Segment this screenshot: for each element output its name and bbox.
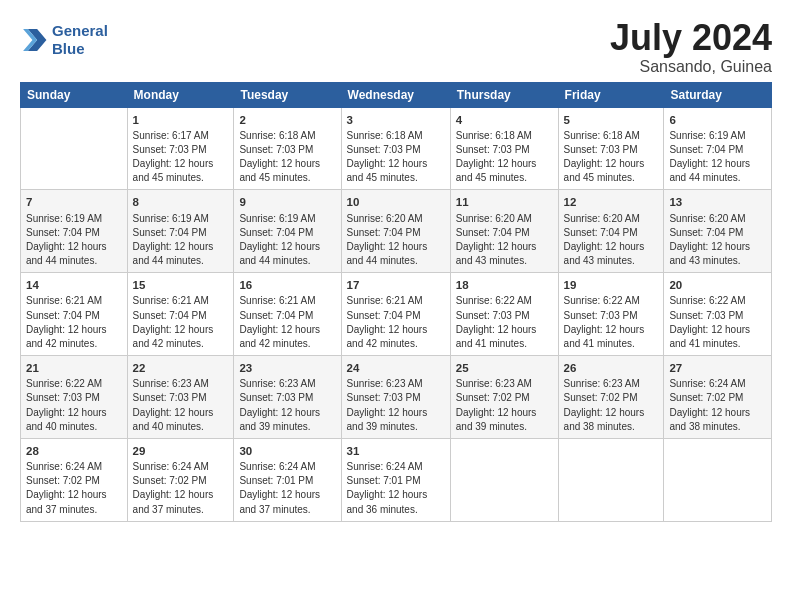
logo-text-line1: General	[52, 22, 108, 40]
calendar-cell: 25Sunrise: 6:23 AM Sunset: 7:02 PM Dayli…	[450, 356, 558, 439]
calendar-cell: 12Sunrise: 6:20 AM Sunset: 7:04 PM Dayli…	[558, 190, 664, 273]
cell-info: Sunrise: 6:22 AM Sunset: 7:03 PM Dayligh…	[26, 377, 122, 434]
cell-info: Sunrise: 6:23 AM Sunset: 7:03 PM Dayligh…	[347, 377, 445, 434]
cell-info: Sunrise: 6:22 AM Sunset: 7:03 PM Dayligh…	[564, 294, 659, 351]
calendar-cell: 13Sunrise: 6:20 AM Sunset: 7:04 PM Dayli…	[664, 190, 772, 273]
calendar-cell	[664, 438, 772, 521]
header-row: Sunday Monday Tuesday Wednesday Thursday…	[21, 82, 772, 107]
calendar-cell: 26Sunrise: 6:23 AM Sunset: 7:02 PM Dayli…	[558, 356, 664, 439]
day-number: 13	[669, 194, 766, 210]
col-monday: Monday	[127, 82, 234, 107]
cell-info: Sunrise: 6:20 AM Sunset: 7:04 PM Dayligh…	[347, 212, 445, 269]
cell-info: Sunrise: 6:18 AM Sunset: 7:03 PM Dayligh…	[456, 129, 553, 186]
calendar-cell: 22Sunrise: 6:23 AM Sunset: 7:03 PM Dayli…	[127, 356, 234, 439]
col-wednesday: Wednesday	[341, 82, 450, 107]
calendar-cell: 29Sunrise: 6:24 AM Sunset: 7:02 PM Dayli…	[127, 438, 234, 521]
calendar-cell: 15Sunrise: 6:21 AM Sunset: 7:04 PM Dayli…	[127, 273, 234, 356]
cell-info: Sunrise: 6:22 AM Sunset: 7:03 PM Dayligh…	[456, 294, 553, 351]
calendar-cell: 9Sunrise: 6:19 AM Sunset: 7:04 PM Daylig…	[234, 190, 341, 273]
day-number: 3	[347, 112, 445, 128]
cell-info: Sunrise: 6:24 AM Sunset: 7:02 PM Dayligh…	[26, 460, 122, 517]
location-title: Sansando, Guinea	[610, 58, 772, 76]
day-number: 19	[564, 277, 659, 293]
calendar-cell: 14Sunrise: 6:21 AM Sunset: 7:04 PM Dayli…	[21, 273, 128, 356]
calendar-cell: 30Sunrise: 6:24 AM Sunset: 7:01 PM Dayli…	[234, 438, 341, 521]
day-number: 28	[26, 443, 122, 459]
col-tuesday: Tuesday	[234, 82, 341, 107]
cell-info: Sunrise: 6:17 AM Sunset: 7:03 PM Dayligh…	[133, 129, 229, 186]
day-number: 18	[456, 277, 553, 293]
calendar-cell: 28Sunrise: 6:24 AM Sunset: 7:02 PM Dayli…	[21, 438, 128, 521]
cell-info: Sunrise: 6:18 AM Sunset: 7:03 PM Dayligh…	[347, 129, 445, 186]
day-number: 23	[239, 360, 335, 376]
cell-info: Sunrise: 6:18 AM Sunset: 7:03 PM Dayligh…	[564, 129, 659, 186]
day-number: 11	[456, 194, 553, 210]
day-number: 10	[347, 194, 445, 210]
cell-info: Sunrise: 6:24 AM Sunset: 7:02 PM Dayligh…	[133, 460, 229, 517]
calendar-cell	[450, 438, 558, 521]
calendar-cell: 18Sunrise: 6:22 AM Sunset: 7:03 PM Dayli…	[450, 273, 558, 356]
col-saturday: Saturday	[664, 82, 772, 107]
day-number: 21	[26, 360, 122, 376]
col-friday: Friday	[558, 82, 664, 107]
cell-info: Sunrise: 6:20 AM Sunset: 7:04 PM Dayligh…	[456, 212, 553, 269]
day-number: 25	[456, 360, 553, 376]
calendar-cell	[558, 438, 664, 521]
calendar-cell: 2Sunrise: 6:18 AM Sunset: 7:03 PM Daylig…	[234, 107, 341, 190]
calendar-cell: 27Sunrise: 6:24 AM Sunset: 7:02 PM Dayli…	[664, 356, 772, 439]
calendar-table: Sunday Monday Tuesday Wednesday Thursday…	[20, 82, 772, 522]
day-number: 8	[133, 194, 229, 210]
calendar-cell: 21Sunrise: 6:22 AM Sunset: 7:03 PM Dayli…	[21, 356, 128, 439]
calendar-cell	[21, 107, 128, 190]
logo-icon	[20, 26, 48, 54]
day-number: 15	[133, 277, 229, 293]
day-number: 12	[564, 194, 659, 210]
calendar-cell: 16Sunrise: 6:21 AM Sunset: 7:04 PM Dayli…	[234, 273, 341, 356]
day-number: 16	[239, 277, 335, 293]
calendar-cell: 24Sunrise: 6:23 AM Sunset: 7:03 PM Dayli…	[341, 356, 450, 439]
cell-info: Sunrise: 6:21 AM Sunset: 7:04 PM Dayligh…	[133, 294, 229, 351]
day-number: 24	[347, 360, 445, 376]
day-number: 4	[456, 112, 553, 128]
cell-info: Sunrise: 6:19 AM Sunset: 7:04 PM Dayligh…	[239, 212, 335, 269]
calendar-cell: 5Sunrise: 6:18 AM Sunset: 7:03 PM Daylig…	[558, 107, 664, 190]
day-number: 9	[239, 194, 335, 210]
day-number: 31	[347, 443, 445, 459]
title-block: July 2024 Sansando, Guinea	[610, 18, 772, 76]
calendar-cell: 11Sunrise: 6:20 AM Sunset: 7:04 PM Dayli…	[450, 190, 558, 273]
calendar-cell: 31Sunrise: 6:24 AM Sunset: 7:01 PM Dayli…	[341, 438, 450, 521]
week-row-1: 1Sunrise: 6:17 AM Sunset: 7:03 PM Daylig…	[21, 107, 772, 190]
day-number: 6	[669, 112, 766, 128]
day-number: 7	[26, 194, 122, 210]
calendar-cell: 20Sunrise: 6:22 AM Sunset: 7:03 PM Dayli…	[664, 273, 772, 356]
day-number: 2	[239, 112, 335, 128]
cell-info: Sunrise: 6:24 AM Sunset: 7:01 PM Dayligh…	[239, 460, 335, 517]
day-number: 27	[669, 360, 766, 376]
calendar-cell: 10Sunrise: 6:20 AM Sunset: 7:04 PM Dayli…	[341, 190, 450, 273]
logo-text-line2: Blue	[52, 40, 108, 58]
cell-info: Sunrise: 6:20 AM Sunset: 7:04 PM Dayligh…	[564, 212, 659, 269]
cell-info: Sunrise: 6:22 AM Sunset: 7:03 PM Dayligh…	[669, 294, 766, 351]
cell-info: Sunrise: 6:20 AM Sunset: 7:04 PM Dayligh…	[669, 212, 766, 269]
day-number: 22	[133, 360, 229, 376]
day-number: 29	[133, 443, 229, 459]
cell-info: Sunrise: 6:21 AM Sunset: 7:04 PM Dayligh…	[239, 294, 335, 351]
week-row-2: 7Sunrise: 6:19 AM Sunset: 7:04 PM Daylig…	[21, 190, 772, 273]
calendar-cell: 4Sunrise: 6:18 AM Sunset: 7:03 PM Daylig…	[450, 107, 558, 190]
day-number: 20	[669, 277, 766, 293]
cell-info: Sunrise: 6:19 AM Sunset: 7:04 PM Dayligh…	[133, 212, 229, 269]
calendar-cell: 6Sunrise: 6:19 AM Sunset: 7:04 PM Daylig…	[664, 107, 772, 190]
month-title: July 2024	[610, 18, 772, 58]
day-number: 26	[564, 360, 659, 376]
day-number: 1	[133, 112, 229, 128]
cell-info: Sunrise: 6:23 AM Sunset: 7:02 PM Dayligh…	[456, 377, 553, 434]
calendar-cell: 7Sunrise: 6:19 AM Sunset: 7:04 PM Daylig…	[21, 190, 128, 273]
cell-info: Sunrise: 6:19 AM Sunset: 7:04 PM Dayligh…	[26, 212, 122, 269]
week-row-4: 21Sunrise: 6:22 AM Sunset: 7:03 PM Dayli…	[21, 356, 772, 439]
week-row-5: 28Sunrise: 6:24 AM Sunset: 7:02 PM Dayli…	[21, 438, 772, 521]
logo: General Blue	[20, 22, 108, 58]
cell-info: Sunrise: 6:23 AM Sunset: 7:02 PM Dayligh…	[564, 377, 659, 434]
cell-info: Sunrise: 6:24 AM Sunset: 7:01 PM Dayligh…	[347, 460, 445, 517]
day-number: 30	[239, 443, 335, 459]
cell-info: Sunrise: 6:21 AM Sunset: 7:04 PM Dayligh…	[26, 294, 122, 351]
